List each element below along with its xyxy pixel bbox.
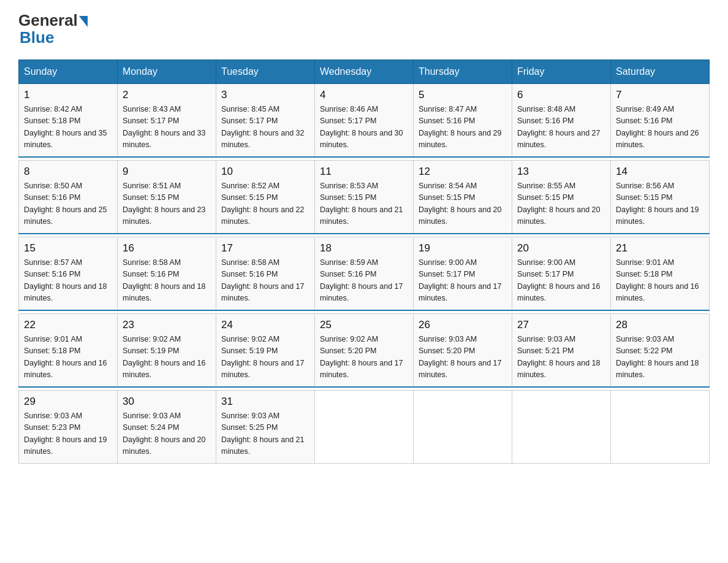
calendar-cell (414, 391, 512, 464)
day-info: Sunrise: 8:56 AMSunset: 5:15 PMDaylight:… (616, 180, 704, 228)
calendar-table: SundayMondayTuesdayWednesdayThursdayFrid… (18, 59, 710, 464)
calendar-week-row: 1 Sunrise: 8:42 AMSunset: 5:18 PMDayligh… (19, 84, 710, 157)
day-number: 10 (221, 166, 309, 178)
day-info: Sunrise: 8:58 AMSunset: 5:16 PMDaylight:… (221, 257, 309, 305)
calendar-cell: 21 Sunrise: 9:01 AMSunset: 5:18 PMDaylig… (611, 237, 710, 310)
day-info: Sunrise: 8:57 AMSunset: 5:16 PMDaylight:… (24, 257, 112, 305)
day-number: 16 (123, 242, 211, 255)
day-header-friday: Friday (512, 60, 611, 84)
day-header-monday: Monday (118, 60, 216, 84)
day-info: Sunrise: 8:45 AMSunset: 5:17 PMDaylight:… (221, 104, 309, 151)
day-number: 4 (320, 89, 408, 101)
calendar-cell: 2 Sunrise: 8:43 AMSunset: 5:17 PMDayligh… (118, 84, 216, 157)
day-info: Sunrise: 9:01 AMSunset: 5:18 PMDaylight:… (24, 334, 112, 381)
calendar-header-row: SundayMondayTuesdayWednesdayThursdayFrid… (19, 60, 710, 84)
day-number: 23 (123, 319, 211, 331)
day-number: 2 (123, 89, 211, 101)
calendar-cell (512, 391, 611, 464)
day-number: 6 (517, 89, 605, 101)
calendar-cell: 7 Sunrise: 8:49 AMSunset: 5:16 PMDayligh… (611, 84, 710, 157)
day-info: Sunrise: 8:42 AMSunset: 5:18 PMDaylight:… (24, 104, 112, 151)
calendar-cell: 23 Sunrise: 9:02 AMSunset: 5:19 PMDaylig… (118, 314, 216, 387)
calendar-cell: 12 Sunrise: 8:54 AMSunset: 5:15 PMDaylig… (414, 161, 512, 234)
day-number: 15 (24, 242, 112, 255)
calendar-cell: 3 Sunrise: 8:45 AMSunset: 5:17 PMDayligh… (216, 84, 315, 157)
day-info: Sunrise: 9:02 AMSunset: 5:19 PMDaylight:… (123, 334, 211, 381)
calendar-cell: 4 Sunrise: 8:46 AMSunset: 5:17 PMDayligh… (315, 84, 414, 157)
calendar-cell: 28 Sunrise: 9:03 AMSunset: 5:22 PMDaylig… (611, 314, 710, 387)
day-info: Sunrise: 8:49 AMSunset: 5:16 PMDaylight:… (616, 104, 704, 151)
calendar-week-row: 29 Sunrise: 9:03 AMSunset: 5:23 PMDaylig… (19, 391, 710, 464)
day-info: Sunrise: 8:46 AMSunset: 5:17 PMDaylight:… (320, 104, 408, 151)
calendar-cell (611, 391, 710, 464)
day-info: Sunrise: 8:48 AMSunset: 5:16 PMDaylight:… (517, 104, 605, 151)
day-info: Sunrise: 8:50 AMSunset: 5:16 PMDaylight:… (24, 180, 112, 228)
day-number: 22 (24, 319, 112, 331)
day-info: Sunrise: 9:01 AMSunset: 5:18 PMDaylight:… (616, 257, 704, 305)
day-number: 20 (517, 242, 605, 255)
day-info: Sunrise: 9:03 AMSunset: 5:22 PMDaylight:… (616, 334, 704, 381)
calendar-cell: 19 Sunrise: 9:00 AMSunset: 5:17 PMDaylig… (414, 237, 512, 310)
day-number: 18 (320, 242, 408, 255)
calendar-cell: 31 Sunrise: 9:03 AMSunset: 5:25 PMDaylig… (216, 391, 315, 464)
day-number: 25 (320, 319, 408, 331)
calendar-cell: 18 Sunrise: 8:59 AMSunset: 5:16 PMDaylig… (315, 237, 414, 310)
day-number: 31 (221, 396, 309, 408)
day-header-thursday: Thursday (414, 60, 512, 84)
calendar-cell: 13 Sunrise: 8:55 AMSunset: 5:15 PMDaylig… (512, 161, 611, 234)
calendar-cell: 5 Sunrise: 8:47 AMSunset: 5:16 PMDayligh… (414, 84, 512, 157)
day-info: Sunrise: 8:53 AMSunset: 5:15 PMDaylight:… (320, 180, 408, 228)
day-number: 5 (419, 89, 507, 101)
day-number: 27 (517, 319, 605, 331)
calendar-cell: 16 Sunrise: 8:58 AMSunset: 5:16 PMDaylig… (118, 237, 216, 310)
day-number: 19 (419, 242, 507, 255)
calendar-cell: 26 Sunrise: 9:03 AMSunset: 5:20 PMDaylig… (414, 314, 512, 387)
calendar-cell: 8 Sunrise: 8:50 AMSunset: 5:16 PMDayligh… (19, 161, 118, 234)
day-number: 30 (123, 396, 211, 408)
day-info: Sunrise: 9:02 AMSunset: 5:20 PMDaylight:… (320, 334, 408, 381)
day-info: Sunrise: 9:03 AMSunset: 5:23 PMDaylight:… (24, 410, 112, 458)
day-number: 12 (419, 166, 507, 178)
calendar-cell: 10 Sunrise: 8:52 AMSunset: 5:15 PMDaylig… (216, 161, 315, 234)
day-number: 28 (616, 319, 704, 331)
calendar-cell: 22 Sunrise: 9:01 AMSunset: 5:18 PMDaylig… (19, 314, 118, 387)
day-info: Sunrise: 8:43 AMSunset: 5:17 PMDaylight:… (123, 104, 211, 151)
calendar-cell: 25 Sunrise: 9:02 AMSunset: 5:20 PMDaylig… (315, 314, 414, 387)
logo: General Blue (18, 12, 88, 47)
day-header-tuesday: Tuesday (216, 60, 315, 84)
calendar-cell: 17 Sunrise: 8:58 AMSunset: 5:16 PMDaylig… (216, 237, 315, 310)
day-info: Sunrise: 9:03 AMSunset: 5:25 PMDaylight:… (221, 410, 309, 458)
calendar-cell: 11 Sunrise: 8:53 AMSunset: 5:15 PMDaylig… (315, 161, 414, 234)
day-number: 26 (419, 319, 507, 331)
day-number: 21 (616, 242, 704, 255)
day-header-saturday: Saturday (611, 60, 710, 84)
day-number: 8 (24, 166, 112, 178)
calendar-week-row: 22 Sunrise: 9:01 AMSunset: 5:18 PMDaylig… (19, 314, 710, 387)
calendar-cell (315, 391, 414, 464)
day-number: 3 (221, 89, 309, 101)
day-number: 13 (517, 166, 605, 178)
day-info: Sunrise: 9:00 AMSunset: 5:17 PMDaylight:… (419, 257, 507, 305)
day-number: 7 (616, 89, 704, 101)
day-number: 14 (616, 166, 704, 178)
day-info: Sunrise: 8:54 AMSunset: 5:15 PMDaylight:… (419, 180, 507, 228)
day-info: Sunrise: 8:58 AMSunset: 5:16 PMDaylight:… (123, 257, 211, 305)
calendar-cell: 24 Sunrise: 9:02 AMSunset: 5:19 PMDaylig… (216, 314, 315, 387)
day-number: 24 (221, 319, 309, 331)
day-header-wednesday: Wednesday (315, 60, 414, 84)
day-number: 17 (221, 242, 309, 255)
calendar-cell: 27 Sunrise: 9:03 AMSunset: 5:21 PMDaylig… (512, 314, 611, 387)
day-info: Sunrise: 9:03 AMSunset: 5:20 PMDaylight:… (419, 334, 507, 381)
logo-general-text: General (18, 12, 78, 28)
day-number: 29 (24, 396, 112, 408)
logo-triangle-icon (79, 16, 88, 27)
day-info: Sunrise: 8:52 AMSunset: 5:15 PMDaylight:… (221, 180, 309, 228)
page-header: General Blue (18, 12, 710, 47)
day-header-sunday: Sunday (19, 60, 118, 84)
day-number: 11 (320, 166, 408, 178)
day-info: Sunrise: 9:03 AMSunset: 5:21 PMDaylight:… (517, 334, 605, 381)
day-info: Sunrise: 8:55 AMSunset: 5:15 PMDaylight:… (517, 180, 605, 228)
day-info: Sunrise: 9:02 AMSunset: 5:19 PMDaylight:… (221, 334, 309, 381)
day-number: 1 (24, 89, 112, 101)
calendar-cell: 30 Sunrise: 9:03 AMSunset: 5:24 PMDaylig… (118, 391, 216, 464)
